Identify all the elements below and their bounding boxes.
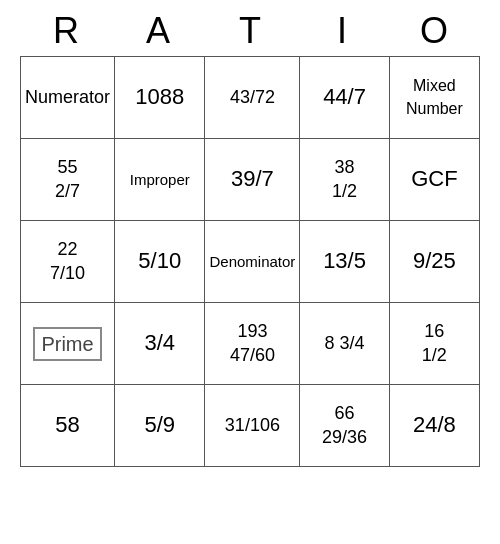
table-row: Numerator108843/7244/7MixedNumber xyxy=(21,57,480,139)
cell-4-3: 6629/36 xyxy=(300,385,389,467)
cell-1-1: Improper xyxy=(115,139,205,221)
cell-2-3: 13/5 xyxy=(300,221,389,303)
cell-4-0: 58 xyxy=(21,385,115,467)
cell-0-4: MixedNumber xyxy=(389,57,479,139)
title-letter-r: R xyxy=(22,10,110,52)
cell-0-1: 1088 xyxy=(115,57,205,139)
cell-3-1: 3/4 xyxy=(115,303,205,385)
cell-3-0: Prime xyxy=(21,303,115,385)
cell-3-2: 19347/60 xyxy=(205,303,300,385)
bingo-table: Numerator108843/7244/7MixedNumber552/7Im… xyxy=(20,56,480,467)
title-letter-t: T xyxy=(206,10,294,52)
cell-4-4: 24/8 xyxy=(389,385,479,467)
cell-4-2: 31/106 xyxy=(205,385,300,467)
title-letter-i: I xyxy=(298,10,386,52)
cell-3-3: 8 3/4 xyxy=(300,303,389,385)
table-row: Prime3/419347/608 3/4161/2 xyxy=(21,303,480,385)
cell-4-1: 5/9 xyxy=(115,385,205,467)
cell-3-4: 161/2 xyxy=(389,303,479,385)
cell-0-3: 44/7 xyxy=(300,57,389,139)
cell-0-0: Numerator xyxy=(21,57,115,139)
cell-1-4: GCF xyxy=(389,139,479,221)
cell-2-0: 227/10 xyxy=(21,221,115,303)
cell-1-3: 381/2 xyxy=(300,139,389,221)
table-row: 552/7Improper39/7381/2GCF xyxy=(21,139,480,221)
cell-0-2: 43/72 xyxy=(205,57,300,139)
table-row: 585/931/1066629/3624/8 xyxy=(21,385,480,467)
title-row: R A T I O xyxy=(20,10,480,52)
table-row: 227/105/10Denominator13/59/25 xyxy=(21,221,480,303)
cell-1-2: 39/7 xyxy=(205,139,300,221)
cell-2-1: 5/10 xyxy=(115,221,205,303)
cell-2-4: 9/25 xyxy=(389,221,479,303)
cell-1-0: 552/7 xyxy=(21,139,115,221)
cell-2-2: Denominator xyxy=(205,221,300,303)
title-letter-o: O xyxy=(390,10,478,52)
prime-label: Prime xyxy=(33,327,101,361)
title-letter-a: A xyxy=(114,10,202,52)
